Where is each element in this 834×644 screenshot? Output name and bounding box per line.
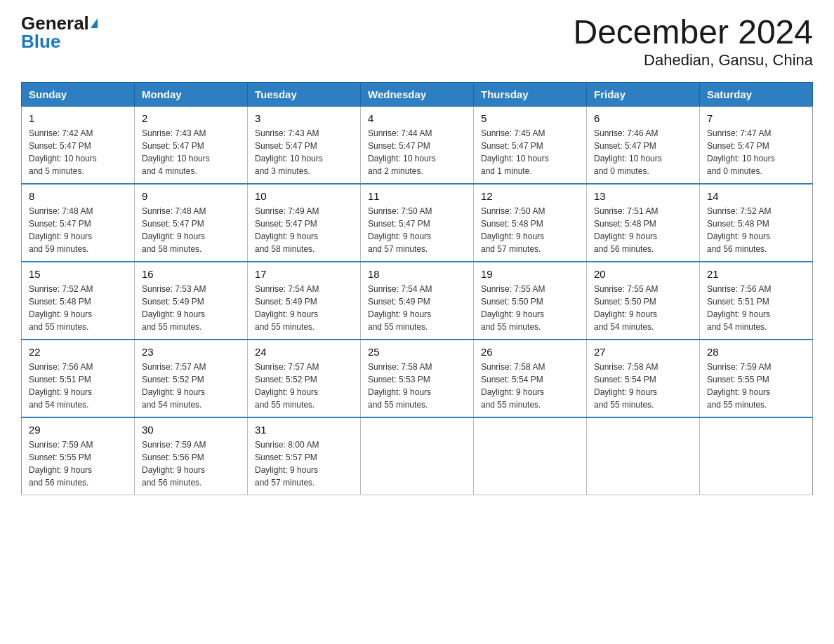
col-header-friday: Friday	[587, 82, 700, 106]
calendar-week-row-4: 22 Sunrise: 7:56 AMSunset: 5:51 PMDaylig…	[22, 340, 813, 417]
day-info: Sunrise: 7:43 AMSunset: 5:47 PMDaylight:…	[255, 127, 353, 177]
calendar-cell	[361, 417, 474, 495]
calendar-cell: 16 Sunrise: 7:53 AMSunset: 5:49 PMDaylig…	[135, 262, 248, 340]
month-title: December 2024	[573, 14, 813, 51]
calendar-cell: 21 Sunrise: 7:56 AMSunset: 5:51 PMDaylig…	[700, 262, 813, 340]
calendar-week-row-1: 1 Sunrise: 7:42 AMSunset: 5:47 PMDayligh…	[22, 106, 813, 184]
calendar-cell: 31 Sunrise: 8:00 AMSunset: 5:57 PMDaylig…	[248, 417, 361, 495]
col-header-monday: Monday	[135, 82, 248, 106]
calendar-cell: 2 Sunrise: 7:43 AMSunset: 5:47 PMDayligh…	[135, 106, 248, 184]
day-number: 30	[142, 424, 240, 436]
title-block: December 2024 Dahedian, Gansu, China	[573, 14, 813, 69]
calendar-cell: 5 Sunrise: 7:45 AMSunset: 5:47 PMDayligh…	[474, 106, 587, 184]
day-info: Sunrise: 7:47 AMSunset: 5:47 PMDaylight:…	[707, 127, 805, 177]
day-number: 27	[594, 346, 692, 358]
day-number: 8	[29, 190, 127, 202]
day-number: 15	[29, 268, 127, 280]
calendar-cell: 17 Sunrise: 7:54 AMSunset: 5:49 PMDaylig…	[248, 262, 361, 340]
day-info: Sunrise: 8:00 AMSunset: 5:57 PMDaylight:…	[255, 438, 353, 489]
calendar-cell: 20 Sunrise: 7:55 AMSunset: 5:50 PMDaylig…	[587, 262, 700, 340]
calendar-cell: 12 Sunrise: 7:50 AMSunset: 5:48 PMDaylig…	[474, 184, 587, 262]
day-number: 18	[368, 268, 466, 280]
logo-general-text: General	[21, 14, 89, 32]
calendar-cell	[700, 417, 813, 495]
calendar-cell: 10 Sunrise: 7:49 AMSunset: 5:47 PMDaylig…	[248, 184, 361, 262]
day-number: 13	[594, 190, 692, 202]
day-number: 3	[255, 112, 353, 124]
day-number: 20	[594, 268, 692, 280]
day-info: Sunrise: 7:48 AMSunset: 5:47 PMDaylight:…	[142, 205, 240, 255]
calendar-table: Sunday Monday Tuesday Wednesday Thursday…	[21, 82, 813, 495]
col-header-tuesday: Tuesday	[248, 82, 361, 106]
day-info: Sunrise: 7:56 AMSunset: 5:51 PMDaylight:…	[707, 283, 805, 333]
calendar-cell: 15 Sunrise: 7:52 AMSunset: 5:48 PMDaylig…	[22, 262, 135, 340]
day-info: Sunrise: 7:58 AMSunset: 5:53 PMDaylight:…	[368, 361, 466, 411]
calendar-cell: 14 Sunrise: 7:52 AMSunset: 5:48 PMDaylig…	[700, 184, 813, 262]
page-header: General Blue December 2024 Dahedian, Gan…	[21, 14, 813, 69]
calendar-cell: 28 Sunrise: 7:59 AMSunset: 5:55 PMDaylig…	[700, 340, 813, 417]
calendar-cell: 9 Sunrise: 7:48 AMSunset: 5:47 PMDayligh…	[135, 184, 248, 262]
day-number: 1	[29, 112, 127, 124]
calendar-week-row-2: 8 Sunrise: 7:48 AMSunset: 5:47 PMDayligh…	[22, 184, 813, 262]
day-number: 23	[142, 346, 240, 358]
day-number: 25	[368, 346, 466, 358]
day-number: 12	[481, 190, 579, 202]
day-info: Sunrise: 7:50 AMSunset: 5:48 PMDaylight:…	[481, 205, 579, 255]
calendar-cell: 19 Sunrise: 7:55 AMSunset: 5:50 PMDaylig…	[474, 262, 587, 340]
day-info: Sunrise: 7:52 AMSunset: 5:48 PMDaylight:…	[707, 205, 805, 255]
calendar-cell: 26 Sunrise: 7:58 AMSunset: 5:54 PMDaylig…	[474, 340, 587, 417]
day-info: Sunrise: 7:43 AMSunset: 5:47 PMDaylight:…	[142, 127, 240, 177]
calendar-cell: 6 Sunrise: 7:46 AMSunset: 5:47 PMDayligh…	[587, 106, 700, 184]
calendar-cell: 7 Sunrise: 7:47 AMSunset: 5:47 PMDayligh…	[700, 106, 813, 184]
day-number: 4	[368, 112, 466, 124]
day-info: Sunrise: 7:49 AMSunset: 5:47 PMDaylight:…	[255, 205, 353, 255]
day-info: Sunrise: 7:52 AMSunset: 5:48 PMDaylight:…	[29, 283, 127, 333]
col-header-thursday: Thursday	[474, 82, 587, 106]
day-number: 21	[707, 268, 805, 280]
calendar-cell: 13 Sunrise: 7:51 AMSunset: 5:48 PMDaylig…	[587, 184, 700, 262]
day-number: 28	[707, 346, 805, 358]
calendar-week-row-5: 29 Sunrise: 7:59 AMSunset: 5:55 PMDaylig…	[22, 417, 813, 495]
logo: General Blue	[21, 14, 98, 51]
day-number: 10	[255, 190, 353, 202]
day-number: 6	[594, 112, 692, 124]
calendar-header-row: Sunday Monday Tuesday Wednesday Thursday…	[22, 82, 813, 106]
day-info: Sunrise: 7:57 AMSunset: 5:52 PMDaylight:…	[255, 361, 353, 411]
day-number: 11	[368, 190, 466, 202]
calendar-cell: 29 Sunrise: 7:59 AMSunset: 5:55 PMDaylig…	[22, 417, 135, 495]
day-info: Sunrise: 7:55 AMSunset: 5:50 PMDaylight:…	[481, 283, 579, 333]
calendar-cell: 25 Sunrise: 7:58 AMSunset: 5:53 PMDaylig…	[361, 340, 474, 417]
col-header-wednesday: Wednesday	[361, 82, 474, 106]
day-number: 16	[142, 268, 240, 280]
day-info: Sunrise: 7:59 AMSunset: 5:55 PMDaylight:…	[707, 361, 805, 411]
day-number: 9	[142, 190, 240, 202]
day-info: Sunrise: 7:59 AMSunset: 5:55 PMDaylight:…	[29, 438, 127, 489]
calendar-cell: 18 Sunrise: 7:54 AMSunset: 5:49 PMDaylig…	[361, 262, 474, 340]
calendar-cell: 8 Sunrise: 7:48 AMSunset: 5:47 PMDayligh…	[22, 184, 135, 262]
day-info: Sunrise: 7:51 AMSunset: 5:48 PMDaylight:…	[594, 205, 692, 255]
logo-triangle-icon	[91, 18, 98, 28]
day-number: 19	[481, 268, 579, 280]
day-number: 29	[29, 424, 127, 436]
calendar-cell: 3 Sunrise: 7:43 AMSunset: 5:47 PMDayligh…	[248, 106, 361, 184]
day-info: Sunrise: 7:57 AMSunset: 5:52 PMDaylight:…	[142, 361, 240, 411]
logo-blue-text: Blue	[21, 32, 60, 51]
day-info: Sunrise: 7:58 AMSunset: 5:54 PMDaylight:…	[481, 361, 579, 411]
calendar-cell: 4 Sunrise: 7:44 AMSunset: 5:47 PMDayligh…	[361, 106, 474, 184]
calendar-cell: 1 Sunrise: 7:42 AMSunset: 5:47 PMDayligh…	[22, 106, 135, 184]
day-number: 26	[481, 346, 579, 358]
day-info: Sunrise: 7:44 AMSunset: 5:47 PMDaylight:…	[368, 127, 466, 177]
calendar-cell	[587, 417, 700, 495]
day-info: Sunrise: 7:59 AMSunset: 5:56 PMDaylight:…	[142, 438, 240, 489]
location-text: Dahedian, Gansu, China	[573, 51, 813, 69]
day-info: Sunrise: 7:54 AMSunset: 5:49 PMDaylight:…	[255, 283, 353, 333]
calendar-cell: 27 Sunrise: 7:58 AMSunset: 5:54 PMDaylig…	[587, 340, 700, 417]
day-info: Sunrise: 7:48 AMSunset: 5:47 PMDaylight:…	[29, 205, 127, 255]
calendar-week-row-3: 15 Sunrise: 7:52 AMSunset: 5:48 PMDaylig…	[22, 262, 813, 340]
col-header-sunday: Sunday	[22, 82, 135, 106]
calendar-cell: 24 Sunrise: 7:57 AMSunset: 5:52 PMDaylig…	[248, 340, 361, 417]
day-number: 24	[255, 346, 353, 358]
col-header-saturday: Saturday	[700, 82, 813, 106]
calendar-cell: 23 Sunrise: 7:57 AMSunset: 5:52 PMDaylig…	[135, 340, 248, 417]
day-info: Sunrise: 7:56 AMSunset: 5:51 PMDaylight:…	[29, 361, 127, 411]
